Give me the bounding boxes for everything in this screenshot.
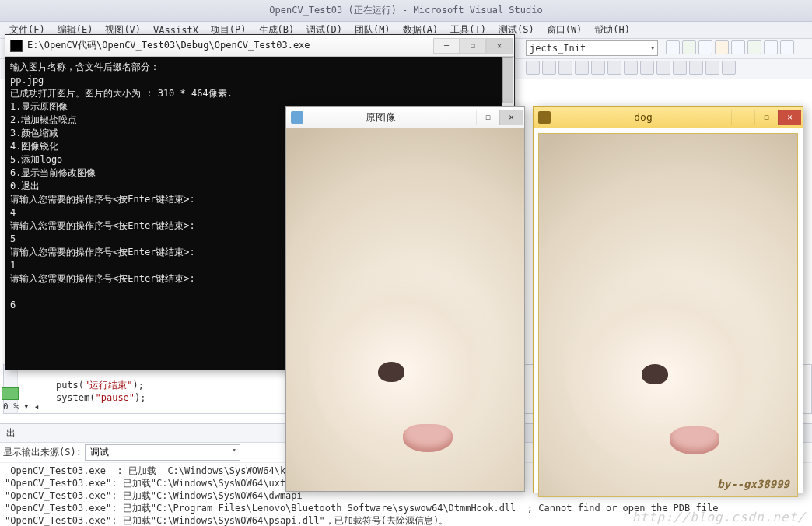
image1-maximize-button[interactable]	[476, 110, 499, 125]
image1-minimize-button[interactable]	[453, 110, 476, 125]
console-line: 5	[10, 233, 16, 244]
toolbar-icon[interactable]	[715, 40, 729, 54]
toolbar-icon[interactable]	[673, 61, 687, 75]
output-line: OpenCV_Test03.exe : 已加载 C:\Windows\SysWO…	[5, 465, 313, 476]
menu-window[interactable]: 窗口(W)	[541, 22, 589, 38]
console-line: 2.增加椒盐噪点	[10, 114, 77, 125]
toolbar-icon[interactable]	[640, 61, 654, 75]
window-icon	[291, 111, 303, 124]
toolbar-icon[interactable]	[689, 61, 703, 75]
toolbar-icon[interactable]	[591, 61, 605, 75]
image1-title: 原图像	[308, 110, 453, 124]
zoom-indicator[interactable]: 0 % ▾ ◂	[3, 402, 39, 412]
image2-minimize-button[interactable]	[731, 110, 754, 125]
image1-canvas	[286, 128, 524, 491]
toolbar-icon[interactable]	[558, 61, 572, 75]
console-line: 输入图片名称，含文件后缀名部分：	[10, 61, 159, 72]
blog-watermark: http://blog.csdn.net/	[632, 510, 806, 524]
toolbar-icon[interactable]	[705, 61, 719, 75]
console-line: 6	[10, 300, 16, 310]
console-icon	[10, 40, 23, 52]
image2-close-button[interactable]	[778, 110, 801, 125]
toolbar-icon[interactable]	[747, 40, 761, 54]
console-line: 请输入您需要的操作序号<按Enter键结束>:	[10, 194, 195, 205]
dog-image	[378, 362, 404, 382]
output-line: "OpenCV_Test03.exe": 已加载"C:\Windows\SysW…	[5, 478, 303, 489]
console-line: 4	[10, 207, 16, 218]
console-line: pp.jpg	[10, 75, 44, 86]
toolbar-icon[interactable]	[607, 61, 621, 75]
toolbar-icon[interactable]	[624, 61, 638, 75]
console-line: 4.图像锐化	[10, 141, 58, 152]
console-line: 6.显示当前修改图像	[10, 167, 96, 178]
vs-title-text: OpenCV_Test03 (正在运行) - Microsoft Visual …	[269, 4, 542, 17]
console-line: 已成功打开图片。图片的大小为 : 310 * 464像素.	[10, 88, 233, 99]
output-line: "OpenCV_Test03.exe": 已加载"C:\Program File…	[5, 503, 718, 514]
console-titlebar[interactable]: E:\OpenCV代码\OpenCV_Test03\Debug\OpenCV_T…	[5, 35, 514, 57]
image-window-original: 原图像	[285, 106, 525, 492]
toolbar-icon[interactable]	[731, 40, 745, 54]
console-line: 1.显示原图像	[10, 101, 68, 112]
dog-image	[670, 426, 719, 454]
image1-titlebar[interactable]: 原图像	[286, 107, 524, 128]
console-line: 1	[10, 260, 16, 271]
console-line: 请输入您需要的操作序号<按Enter键结束>:	[10, 220, 195, 231]
window-icon	[538, 111, 551, 124]
menu-help[interactable]: 帮助(H)	[588, 22, 636, 38]
console-line: 0.退出	[10, 181, 40, 191]
dog-image	[403, 424, 453, 452]
image-signature: by--gx38999	[717, 478, 789, 490]
breakpoint-marker[interactable]	[2, 387, 19, 400]
toolbar-icon[interactable]	[656, 61, 670, 75]
image2-titlebar[interactable]: dog	[534, 107, 803, 128]
toolbar-icon[interactable]	[682, 40, 696, 54]
image2-maximize-button[interactable]	[754, 110, 778, 125]
output-line: "OpenCV_Test03.exe": 已加载"C:\Windows\SysW…	[5, 490, 303, 501]
project-dropdown[interactable]: jects_Init	[526, 40, 658, 56]
project-dropdown-text: jects_Init	[530, 43, 586, 54]
console-scroll-thumb[interactable]	[502, 57, 513, 103]
toolbar-icon[interactable]	[780, 40, 794, 54]
console-title-text: E:\OpenCV代码\OpenCV_Test03\Debug\OpenCV_T…	[27, 39, 433, 52]
vs-titlebar: OpenCV_Test03 (正在运行) - Microsoft Visual …	[0, 0, 812, 22]
console-line: 请输入您需要的操作序号<按Enter键结束>:	[10, 273, 195, 284]
dog-image	[642, 364, 668, 384]
output-source-label: 显示输出来源(S):	[3, 446, 82, 459]
console-maximize-button[interactable]: ☐	[460, 38, 486, 54]
toolbar-icon[interactable]	[698, 40, 712, 54]
console-line: 5.添加logo	[10, 154, 62, 165]
image2-title: dog	[555, 111, 731, 123]
output-line: "OpenCV_Test03.exe": 已加载"C:\Windows\SysW…	[5, 515, 448, 526]
toolbar-icon[interactable]	[575, 61, 589, 75]
image1-close-button[interactable]	[499, 110, 523, 125]
output-source-dropdown[interactable]: 调试	[85, 444, 240, 461]
console-line: 请输入您需要的操作序号<按Enter键结束>:	[10, 247, 195, 258]
toolbar-icon[interactable]	[542, 61, 556, 75]
console-minimize-button[interactable]: ─	[433, 38, 460, 54]
toolbar-icon[interactable]	[764, 40, 778, 54]
toolbar-icon[interactable]	[666, 40, 680, 54]
image-window-dog: dog by--gx38999	[533, 106, 803, 493]
toolbar-icon[interactable]	[526, 61, 540, 75]
console-line: 3.颜色缩减	[10, 128, 58, 139]
image2-canvas: by--gx38999	[538, 133, 798, 497]
toolbar-icon[interactable]	[722, 61, 736, 75]
console-close-button[interactable]: ✕	[486, 38, 513, 54]
